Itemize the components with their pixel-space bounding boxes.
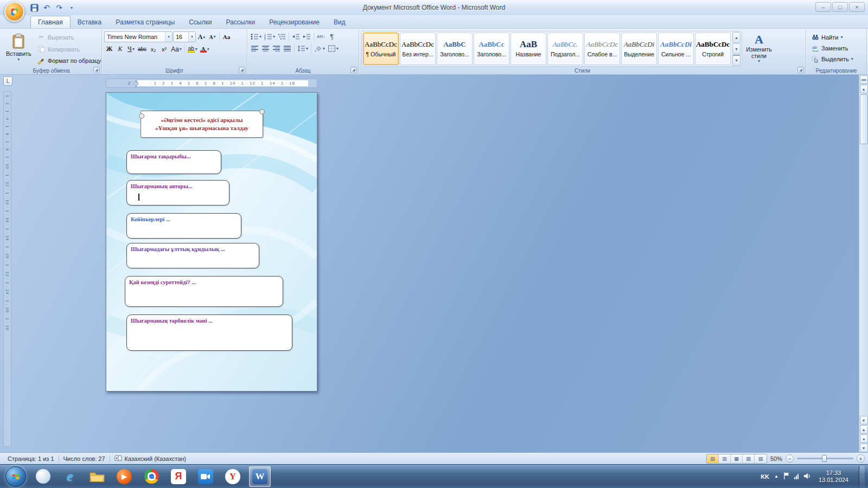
font-size-combo[interactable]: 16 ▾ xyxy=(173,31,196,42)
print-layout-view-button[interactable]: ▤ xyxy=(707,454,719,463)
app-yandex-browser[interactable]: Я xyxy=(168,466,189,487)
tab-insert[interactable]: Вставка xyxy=(71,16,109,28)
styles-scroll-up-button[interactable]: ▲ xyxy=(732,32,741,43)
multilevel-list-button[interactable] xyxy=(277,31,287,42)
change-styles-button[interactable]: A Изменить стили ▾ xyxy=(742,30,776,66)
grow-font-button[interactable]: А▴ xyxy=(196,32,207,42)
next-page-button[interactable]: ▼ xyxy=(860,444,868,452)
font-color-button[interactable]: А ▾ xyxy=(199,44,210,54)
select-button[interactable]: Выделить ▾ xyxy=(809,55,855,64)
justify-button[interactable] xyxy=(282,43,292,54)
undo-button[interactable]: ↶ xyxy=(41,2,53,13)
close-button[interactable]: × xyxy=(849,2,865,12)
textbox-characters[interactable]: Кейіпкерлері ... xyxy=(126,213,241,239)
bullets-button[interactable]: ▾ xyxy=(250,31,263,42)
proofing-status[interactable]: Казахский (Казахстан) xyxy=(110,453,190,464)
app-video-call[interactable] xyxy=(195,466,216,487)
cut-button[interactable]: ✂ Вырезать xyxy=(35,32,104,43)
textbox-period[interactable]: Қай кезеңді суреттейді? ... xyxy=(125,276,283,307)
borders-button[interactable]: ▾ xyxy=(327,43,340,54)
find-button[interactable]: Найти ▾ xyxy=(809,33,855,42)
line-spacing-button[interactable]: ▾ xyxy=(296,43,309,54)
copy-button[interactable]: Копировать xyxy=(35,44,104,55)
app-word[interactable]: W xyxy=(249,466,271,487)
start-button[interactable] xyxy=(5,466,26,487)
style-heading2[interactable]: AaBbCc Заголово... xyxy=(474,33,509,65)
office-button[interactable] xyxy=(4,2,24,22)
scroll-down-button[interactable]: ▼ xyxy=(860,416,868,425)
align-left-button[interactable] xyxy=(250,43,260,54)
styles-more-button[interactable]: ▼ xyxy=(732,55,741,66)
vertical-scrollbar[interactable]: ▲ ▼ ▲ ● ▼ xyxy=(859,75,868,452)
subscript-button[interactable]: x₂ xyxy=(148,44,158,54)
show-desktop-button[interactable] xyxy=(859,466,865,487)
title-banner[interactable]: «Әңгіме кестесі» әдісі арқылы «Ұшқан ұя»… xyxy=(141,111,263,138)
vertical-ruler[interactable]: 1 · 2 · 1 · 4 · 1 · 6 · 1 · 8 · 1 · 10 ·… xyxy=(3,91,11,447)
italic-button[interactable]: К xyxy=(115,44,125,54)
font-family-combo[interactable]: Times New Roman ▾ xyxy=(104,31,173,42)
web-layout-view-button[interactable]: ▦ xyxy=(731,454,743,463)
fullscreen-reading-view-button[interactable]: ▥ xyxy=(719,454,731,463)
style-heading1[interactable]: AaBbC Заголово... xyxy=(437,33,473,65)
clipboard-dialog-launcher[interactable]: ◢ xyxy=(93,67,100,73)
draft-view-button[interactable]: ▨ xyxy=(755,454,767,463)
tab-view[interactable]: Вид xyxy=(327,16,353,28)
tab-review[interactable]: Рецензирование xyxy=(262,16,327,28)
textbox-educational-value[interactable]: Шығарманың тәрбиелік мәні ... xyxy=(126,314,292,351)
change-case-button[interactable]: Aa▾ xyxy=(170,44,183,54)
zoom-in-button[interactable]: + xyxy=(857,454,865,463)
shrink-font-button[interactable]: А▾ xyxy=(207,32,218,42)
word-count[interactable]: Число слов: 27 xyxy=(59,453,110,464)
styles-scroll-down-button[interactable]: ▼ xyxy=(732,43,741,54)
app-media-player[interactable]: ▶ xyxy=(113,466,135,487)
format-painter-button[interactable]: Формат по образцу xyxy=(35,55,104,66)
style-intense-emphasis[interactable]: AaBbCcDi Сильное ... xyxy=(658,33,694,65)
textbox-national-values[interactable]: Шығармадағы ұлттық құндылық ... xyxy=(126,243,259,268)
redo-button[interactable]: ↷ xyxy=(53,2,65,13)
decrease-indent-button[interactable] xyxy=(291,31,301,42)
network-icon[interactable] xyxy=(794,474,799,479)
horizontal-ruler[interactable]: ▾▴ 2 · 1 · · 1 · 2 · 1 · 4 · 1 · 6 · 1 ·… xyxy=(106,79,317,88)
style-no-spacing[interactable]: AaBbCcDc Без интер... xyxy=(400,33,436,65)
language-indicator[interactable]: KK xyxy=(761,473,769,480)
zoom-slider-thumb[interactable] xyxy=(822,455,827,462)
numbering-button[interactable]: 123 ▾ xyxy=(263,31,276,42)
style-strict[interactable]: AaBbCcDc Строгий xyxy=(695,33,731,65)
scrollbar-thumb[interactable] xyxy=(860,94,868,144)
style-emphasis[interactable]: AaBbCcDi Выделение xyxy=(621,33,657,65)
tab-page-layout[interactable]: Разметка страницы xyxy=(108,16,182,28)
font-dialog-launcher[interactable]: ◢ xyxy=(239,67,245,73)
underline-button[interactable]: Ч▾ xyxy=(126,44,136,54)
zoom-level[interactable]: 50% xyxy=(770,455,782,462)
outline-view-button[interactable]: ▧ xyxy=(743,454,755,463)
minimize-button[interactable]: – xyxy=(815,2,831,12)
strikethrough-button[interactable]: abc xyxy=(137,44,148,54)
bold-button[interactable]: Ж xyxy=(104,44,114,54)
paragraph-dialog-launcher[interactable]: ◢ xyxy=(350,67,357,73)
save-button[interactable] xyxy=(28,2,40,13)
style-title[interactable]: AaB Название xyxy=(510,33,546,65)
style-subtle-emphasis[interactable]: AaBbCcDc Слабое в... xyxy=(584,33,620,65)
zoom-out-button[interactable]: − xyxy=(786,454,794,463)
show-hidden-icons-button[interactable]: ▲ xyxy=(774,474,778,479)
select-browse-object-button[interactable]: ● xyxy=(860,434,868,443)
app-globe-browser[interactable] xyxy=(32,466,54,487)
superscript-button[interactable]: x² xyxy=(159,44,169,54)
page-indicator[interactable]: Страница: 1 из 1 xyxy=(3,453,59,464)
styles-dialog-launcher[interactable]: ◢ xyxy=(797,67,804,73)
sort-button[interactable]: АЯ↓ xyxy=(316,31,326,42)
textbox-topic[interactable]: Шығарма тақырыбы... xyxy=(126,150,221,174)
replace-button[interactable]: ab Заменить xyxy=(809,43,855,53)
clear-formatting-button[interactable]: Аа xyxy=(221,32,232,42)
show-paragraph-marks-button[interactable]: ¶ xyxy=(327,31,337,42)
app-chrome[interactable] xyxy=(141,466,162,487)
zoom-slider[interactable] xyxy=(797,458,853,459)
document-page[interactable]: «Әңгіме кестесі» әдісі арқылы «Ұшқан ұя»… xyxy=(106,92,317,391)
app-file-explorer[interactable] xyxy=(86,466,108,487)
previous-page-button[interactable]: ▲ xyxy=(860,425,868,434)
paste-button[interactable]: Вставить ▾ xyxy=(3,30,34,66)
style-subtitle[interactable]: AaBbCc. Подзагол... xyxy=(547,33,583,65)
increase-indent-button[interactable] xyxy=(302,31,312,42)
ruler-toggle-button[interactable] xyxy=(860,75,868,84)
style-normal[interactable]: AaBbCcDc ¶ Обычный xyxy=(363,33,399,65)
